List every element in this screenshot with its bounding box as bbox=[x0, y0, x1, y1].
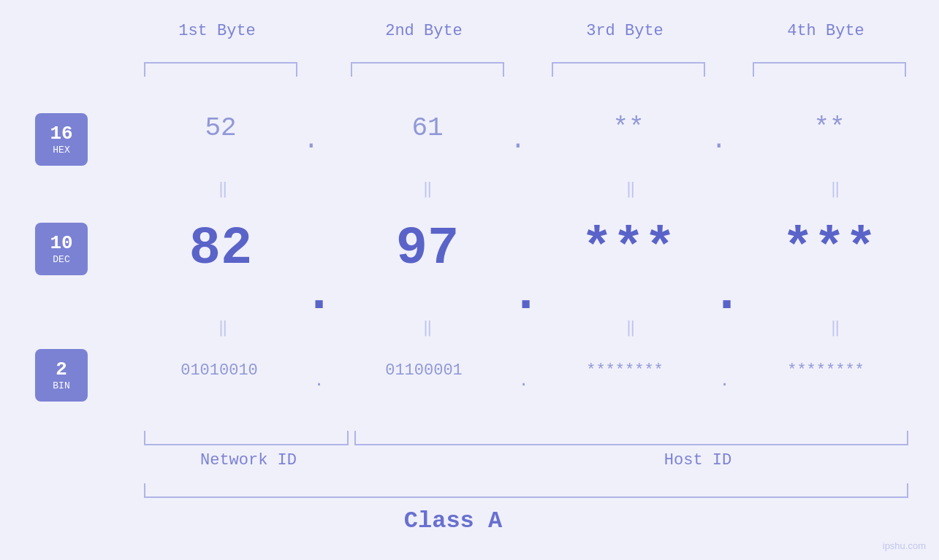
host-bracket bbox=[354, 431, 908, 445]
dec-d1: . bbox=[303, 264, 335, 324]
bin-b2: 01100001 bbox=[332, 361, 515, 380]
bin-b1: 01010010 bbox=[128, 361, 311, 380]
top-bracket-3 bbox=[552, 62, 705, 77]
hex-d1: . bbox=[303, 126, 319, 156]
bin-d1: . bbox=[314, 372, 324, 391]
col4-header: 4th Byte bbox=[753, 22, 899, 40]
eq-dec-bin-3: ‖ bbox=[620, 318, 642, 337]
eq-dec-bin-4: ‖ bbox=[824, 318, 846, 337]
network-id-label: Network ID bbox=[142, 451, 354, 469]
dec-badge: 10 DEC bbox=[35, 223, 88, 275]
class-label: Class A bbox=[0, 507, 906, 534]
hex-b1: 52 bbox=[144, 113, 297, 143]
top-bracket-4 bbox=[753, 62, 906, 77]
hex-b2: 61 bbox=[351, 113, 504, 143]
top-bracket-2 bbox=[351, 62, 504, 77]
watermark: ipshu.com bbox=[883, 540, 926, 551]
bin-d2: . bbox=[519, 372, 528, 391]
hex-b3: ** bbox=[552, 113, 705, 143]
eq-hex-dec-3: ‖ bbox=[620, 179, 642, 199]
top-bracket-1 bbox=[144, 62, 297, 77]
eq-hex-dec-2: ‖ bbox=[417, 179, 438, 199]
eq-dec-bin-2: ‖ bbox=[417, 318, 438, 337]
col1-header: 1st Byte bbox=[144, 22, 290, 40]
bin-badge: 2 BIN bbox=[35, 349, 88, 402]
dec-b1: 82 bbox=[144, 219, 297, 279]
hex-d2: . bbox=[510, 126, 526, 156]
dec-b4: *** bbox=[753, 219, 906, 279]
bin-d3: . bbox=[720, 372, 729, 391]
dec-d3: . bbox=[711, 264, 742, 324]
col3-header: 3rd Byte bbox=[552, 22, 698, 40]
col2-header: 2nd Byte bbox=[351, 22, 497, 40]
hex-b4: ** bbox=[753, 113, 906, 143]
eq-dec-bin-1: ‖ bbox=[212, 318, 234, 337]
dec-b2: 97 bbox=[351, 219, 504, 279]
host-id-label: Host ID bbox=[486, 451, 910, 469]
network-bracket bbox=[144, 431, 349, 445]
bin-b4: ******** bbox=[734, 361, 917, 380]
eq-hex-dec-1: ‖ bbox=[212, 179, 234, 199]
bin-b3: ******** bbox=[533, 361, 716, 380]
eq-hex-dec-4: ‖ bbox=[824, 179, 846, 199]
dec-b3: *** bbox=[552, 219, 705, 279]
hex-badge: 16 HEX bbox=[35, 113, 88, 166]
dec-d2: . bbox=[510, 264, 541, 324]
class-bracket bbox=[144, 483, 908, 498]
hex-d3: . bbox=[711, 126, 727, 156]
